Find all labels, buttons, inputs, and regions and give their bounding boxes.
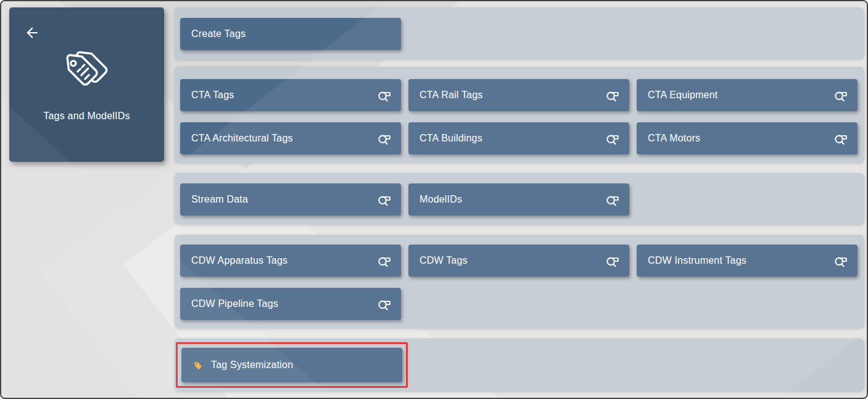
search-tag-icon xyxy=(376,191,392,208)
search-tag-icon xyxy=(605,87,621,103)
button-cta-rail-tags[interactable]: CTA Rail Tags xyxy=(408,79,629,111)
button-label: CTA Architectural Tags xyxy=(191,133,293,144)
search-tag-icon xyxy=(833,130,849,146)
search-tag-icon xyxy=(376,253,392,269)
search-tag-icon xyxy=(833,253,849,269)
button-label: CTA Equipment xyxy=(648,90,717,101)
button-modelids[interactable]: ModelIDs xyxy=(408,183,629,216)
button-label: CTA Motors xyxy=(648,133,700,144)
button-cta-equipment[interactable]: CTA Equipment xyxy=(637,79,858,111)
button-label: Stream Data xyxy=(191,194,248,205)
main-groups: Create TagsCTA Tags CTA Rail Tags CTA Eq… xyxy=(175,7,864,392)
button-stream-data[interactable]: Stream Data xyxy=(180,183,401,216)
card-title: Tags and ModelIDs xyxy=(9,111,164,122)
group-band-cdw: CDW Apparatus Tags CDW Tags CDW Instrume… xyxy=(175,235,864,329)
button-label: CTA Buildings xyxy=(420,133,482,144)
button-label: Create Tags xyxy=(191,28,246,40)
highlight-annotation: Tag Systemization xyxy=(176,342,408,388)
button-cta-architectural-tags[interactable]: CTA Architectural Tags xyxy=(180,122,401,154)
button-label: CTA Rail Tags xyxy=(420,90,483,101)
group-band-systemization: Tag Systemization xyxy=(175,338,864,392)
search-tag-icon xyxy=(605,191,621,208)
group-band-create: Create Tags xyxy=(175,7,864,59)
tag-icon xyxy=(191,359,204,371)
search-tag-icon xyxy=(376,296,392,312)
button-tag-systemization[interactable]: Tag Systemization xyxy=(181,348,402,382)
button-create-tags[interactable]: Create Tags xyxy=(180,18,401,50)
tags-icon xyxy=(57,40,117,100)
search-tag-icon xyxy=(605,253,621,269)
search-tag-icon xyxy=(605,130,621,146)
search-tag-icon xyxy=(833,87,849,103)
search-tag-icon xyxy=(376,87,392,103)
button-cta-buildings[interactable]: CTA Buildings xyxy=(408,122,629,154)
group-band-cta: CTA Tags CTA Rail Tags CTA Equipment CTA… xyxy=(175,67,864,163)
button-label: CDW Instrument Tags xyxy=(648,255,746,266)
arrow-left-icon xyxy=(24,25,40,41)
button-label: CDW Apparatus Tags xyxy=(191,255,287,266)
button-label: CDW Pipeline Tags xyxy=(191,298,278,309)
search-tag-icon xyxy=(376,130,392,146)
button-cdw-pipeline-tags[interactable]: CDW Pipeline Tags xyxy=(180,288,401,320)
button-cdw-tags[interactable]: CDW Tags xyxy=(408,245,629,277)
button-label: Tag Systemization xyxy=(211,359,293,371)
button-label: ModelIDs xyxy=(420,194,462,205)
button-cdw-apparatus-tags[interactable]: CDW Apparatus Tags xyxy=(180,245,401,277)
button-cta-motors[interactable]: CTA Motors xyxy=(637,122,858,154)
back-button[interactable] xyxy=(23,23,41,42)
button-cta-tags[interactable]: CTA Tags xyxy=(180,79,401,111)
tags-modelids-card[interactable]: Tags and ModelIDs xyxy=(9,7,164,162)
group-band-stream: Stream Data ModelIDs xyxy=(175,173,864,225)
button-label: CDW Tags xyxy=(420,255,468,266)
button-label: CTA Tags xyxy=(191,90,234,101)
button-cdw-instrument-tags[interactable]: CDW Instrument Tags xyxy=(637,245,858,277)
